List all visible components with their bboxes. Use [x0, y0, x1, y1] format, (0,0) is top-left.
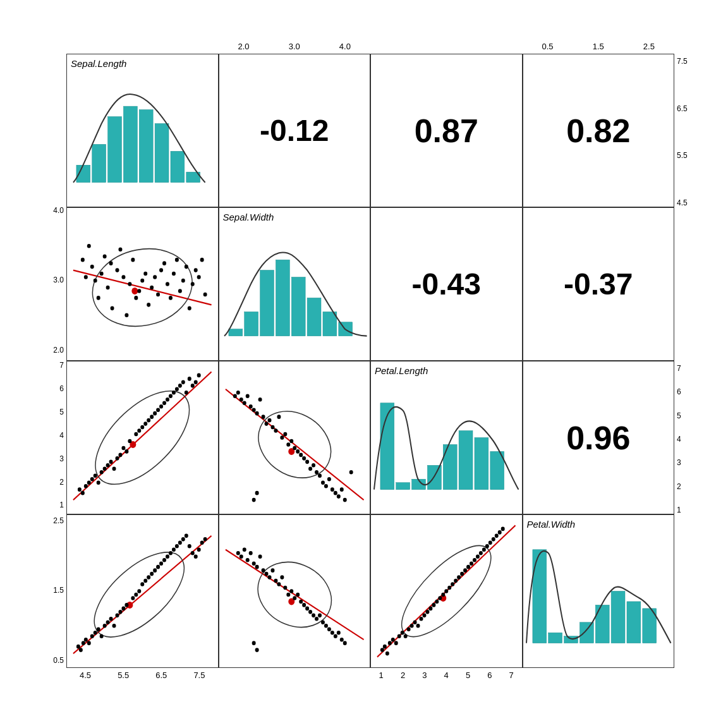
svg-rect-5 — [155, 124, 169, 183]
svg-point-251 — [422, 614, 426, 618]
svg-point-193 — [203, 537, 207, 542]
svg-point-27 — [150, 286, 154, 290]
svg-point-208 — [270, 568, 274, 573]
svg-point-89 — [166, 397, 169, 402]
svg-point-74 — [116, 456, 119, 461]
svg-point-125 — [302, 456, 306, 461]
svg-point-240 — [388, 641, 392, 645]
svg-point-202 — [252, 561, 255, 566]
svg-point-130 — [318, 473, 322, 478]
svg-point-191 — [197, 547, 201, 552]
svg-point-173 — [140, 582, 144, 586]
svg-point-126 — [305, 460, 309, 464]
svg-point-47 — [81, 258, 85, 262]
svg-point-66 — [90, 477, 94, 482]
svg-point-110 — [255, 411, 258, 416]
svg-line-8 — [73, 270, 212, 305]
svg-point-267 — [473, 558, 476, 562]
cell-1-0 — [66, 207, 219, 361]
svg-point-256 — [438, 596, 442, 600]
svg-point-218 — [302, 603, 306, 607]
svg-point-169 — [124, 603, 128, 607]
svg-point-73 — [112, 467, 116, 471]
svg-point-136 — [336, 494, 340, 499]
svg-point-121 — [289, 439, 293, 444]
svg-point-85 — [153, 411, 157, 416]
svg-point-92 — [175, 387, 179, 392]
svg-rect-277 — [532, 550, 546, 643]
svg-point-233 — [343, 641, 346, 645]
cell-1-1: Sepal.Width — [219, 207, 371, 361]
svg-point-270 — [482, 547, 486, 552]
diag-label-sepal-width: Sepal.Width — [223, 212, 274, 222]
svg-point-226 — [327, 627, 331, 631]
svg-point-48 — [87, 244, 91, 248]
svg-point-34 — [172, 272, 176, 276]
cell-1-2: -0.43 — [370, 207, 523, 361]
svg-point-253 — [428, 607, 432, 611]
svg-point-138 — [343, 498, 346, 502]
svg-point-178 — [156, 565, 160, 569]
svg-rect-148 — [475, 438, 488, 490]
svg-rect-2 — [108, 117, 122, 183]
corr-0-2: 0.87 — [415, 112, 478, 150]
svg-point-41 — [194, 268, 198, 272]
svg-point-68 — [97, 480, 100, 485]
svg-point-237 — [380, 648, 384, 652]
svg-point-245 — [404, 634, 408, 638]
cell-0-2: 0.87 — [370, 54, 523, 207]
svg-point-151 — [82, 537, 197, 653]
svg-point-108 — [248, 404, 252, 409]
svg-point-29 — [156, 293, 160, 297]
svg-point-166 — [116, 614, 119, 618]
svg-point-11 — [90, 265, 94, 269]
left-axis-row2: 7654321 — [44, 358, 66, 513]
svg-point-25 — [143, 272, 147, 276]
svg-line-59 — [73, 372, 212, 500]
svg-point-258 — [444, 589, 448, 593]
svg-point-33 — [169, 296, 173, 300]
svg-point-203 — [255, 565, 258, 569]
svg-point-75 — [118, 453, 122, 458]
svg-point-211 — [280, 575, 284, 579]
svg-point-239 — [385, 652, 389, 656]
svg-point-167 — [118, 610, 122, 614]
svg-point-217 — [299, 600, 303, 604]
svg-rect-147 — [459, 431, 473, 490]
corr-0-3: 0.82 — [566, 112, 630, 150]
svg-point-198 — [239, 554, 243, 559]
svg-line-100 — [225, 389, 363, 500]
svg-point-14 — [94, 279, 97, 283]
svg-point-247 — [410, 624, 414, 628]
main-container: 2.0 3.0 4.0 0.5 1.5 2.5 4.0 3.0 2.0 7654… — [0, 0, 728, 728]
svg-point-190 — [194, 554, 198, 559]
svg-point-224 — [320, 621, 324, 625]
svg-point-97 — [191, 384, 195, 388]
svg-point-241 — [391, 638, 395, 642]
svg-point-28 — [153, 275, 157, 279]
svg-point-275 — [498, 530, 502, 535]
svg-point-43 — [111, 306, 114, 311]
svg-point-188 — [188, 544, 191, 549]
svg-rect-283 — [626, 602, 640, 643]
svg-point-21 — [131, 258, 135, 262]
cell-3-1 — [219, 514, 371, 668]
svg-point-264 — [463, 568, 467, 573]
svg-point-12 — [100, 272, 104, 276]
cell-3-0 — [66, 514, 219, 668]
svg-point-105 — [239, 397, 243, 402]
svg-point-177 — [153, 568, 157, 573]
svg-point-119 — [283, 432, 287, 437]
svg-line-150 — [73, 536, 212, 653]
cell-3-3: Petal.Width — [523, 514, 675, 668]
svg-point-266 — [470, 561, 473, 566]
svg-point-259 — [447, 586, 451, 590]
svg-point-87 — [159, 404, 163, 409]
svg-point-227 — [330, 631, 334, 635]
svg-point-189 — [191, 551, 195, 555]
svg-point-127 — [308, 467, 312, 471]
svg-point-115 — [270, 425, 274, 430]
svg-point-158 — [90, 634, 94, 638]
svg-point-96 — [188, 377, 191, 381]
svg-rect-3 — [123, 106, 137, 183]
